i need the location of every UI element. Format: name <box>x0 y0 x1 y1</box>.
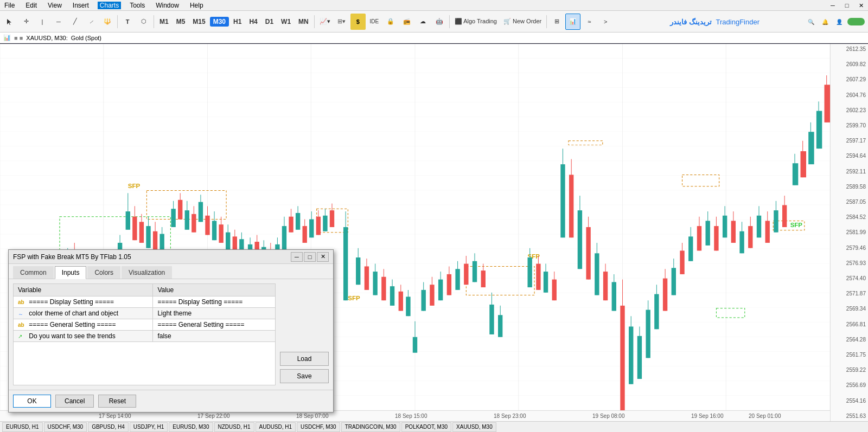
trend-line-tool[interactable]: ╱ <box>67 14 82 30</box>
search-icon[interactable]: 🔍 <box>805 16 817 28</box>
price-2609: 2609.82 <box>833 61 866 67</box>
tf-mn[interactable]: MN <box>295 17 312 27</box>
bottom-tab-5[interactable]: NZDUSD, H1 <box>214 422 254 432</box>
svg-rect-139 <box>447 274 451 295</box>
dialog-minimize-button[interactable]: ─ <box>291 252 303 262</box>
dialog-tabs: Common Inputs Colors Visualization <box>9 264 333 279</box>
table-row[interactable]: ab ===== Display Setting ===== ===== Dis… <box>14 296 276 308</box>
dialog-titlebar[interactable]: FSP with Fake Break MT5 By TFlab 1.05 ─ … <box>9 250 333 264</box>
svg-rect-197 <box>714 226 718 250</box>
svg-rect-211 <box>774 210 778 233</box>
menu-edit[interactable]: Edit <box>23 2 39 9</box>
wave-icon: ～ <box>18 311 25 317</box>
tf-m1[interactable]: M1 <box>156 17 172 27</box>
new-order-button[interactable]: 🛒 New Order <box>501 14 544 30</box>
load-button[interactable]: Load <box>280 352 329 366</box>
cancel-button[interactable]: Cancel <box>55 395 94 408</box>
svg-rect-63 <box>153 231 157 251</box>
tf-m5[interactable]: M5 <box>173 17 189 27</box>
cloud-button[interactable]: ☁ <box>416 14 431 30</box>
more-button[interactable]: > <box>598 14 613 30</box>
table-empty-area <box>13 342 276 385</box>
bottom-tab-3[interactable]: USDJPY, H1 <box>130 422 168 432</box>
bottom-tab-0[interactable]: EURUSD, H1 <box>2 422 43 432</box>
dialog-fsp: FSP with Fake Break MT5 By TFlab 1.05 ─ … <box>8 249 334 412</box>
tab-common[interactable]: Common <box>13 266 54 279</box>
variables-table: Variable Value ab ===== Display Setting … <box>13 283 276 342</box>
radio-button[interactable]: 📻 <box>399 14 414 30</box>
save-button[interactable]: Save <box>280 369 329 383</box>
channel-tool[interactable]: ⟋ <box>84 14 99 30</box>
svg-rect-121 <box>373 272 377 295</box>
toggle-icon[interactable] <box>847 18 865 25</box>
shapes-tool[interactable]: ⬡ <box>136 14 151 30</box>
tf-d1[interactable]: D1 <box>262 17 277 27</box>
lock-button[interactable]: 🔒 <box>383 14 398 30</box>
time-label-3: 18 Sep 15:00 <box>395 413 427 419</box>
text-tool[interactable]: T <box>120 14 135 30</box>
reset-button[interactable]: Reset <box>98 395 136 408</box>
separator-5 <box>546 15 547 28</box>
bottom-tab-4[interactable]: EURUSD, M30 <box>169 422 213 432</box>
table-row-highlighted[interactable]: ～ color theme of chart and object Light … <box>14 308 276 319</box>
pitchfork-tool[interactable]: 🔱 <box>100 14 115 30</box>
user-icon[interactable]: 👤 <box>833 16 845 28</box>
tf-m15[interactable]: M15 <box>189 17 208 27</box>
menu-insert[interactable]: Insert <box>71 2 91 9</box>
price-2576: 2576.93 <box>833 260 866 266</box>
svg-rect-107 <box>309 220 314 238</box>
bottom-tab-2[interactable]: GBPUSD, H4 <box>88 422 129 432</box>
window-controls: ─ □ ✕ <box>826 0 868 11</box>
tf-m30[interactable]: M30 <box>210 17 229 27</box>
ide-button[interactable]: IDE <box>367 14 382 30</box>
svg-rect-161 <box>560 164 565 237</box>
tab-colors[interactable]: Colors <box>87 266 120 279</box>
bottom-tab-7[interactable]: USDCHF, M30 <box>297 422 340 432</box>
algo-trading-button[interactable]: ⬛ Algo Trading <box>452 14 500 30</box>
svg-rect-191 <box>688 236 693 261</box>
chart-indicator-button[interactable]: 📊 <box>565 14 580 30</box>
svg-rect-179 <box>637 336 642 379</box>
vertical-line-tool[interactable]: | <box>35 14 50 30</box>
crosshair-tool[interactable]: ✛ <box>18 14 34 30</box>
ok-button[interactable]: OK <box>13 395 51 408</box>
menu-window[interactable]: Window <box>154 2 181 9</box>
tab-visualization[interactable]: Visualization <box>122 266 172 279</box>
table-row[interactable]: ab ===== General Setting ===== ===== Gen… <box>14 319 276 331</box>
svg-rect-75 <box>199 202 203 222</box>
robot-button[interactable]: 🤖 <box>432 14 447 30</box>
cursor-tool[interactable] <box>2 14 17 30</box>
menu-help[interactable]: Help <box>188 2 206 9</box>
tf-h4[interactable]: H4 <box>246 17 260 27</box>
horizontal-line-tool[interactable]: ─ <box>51 14 66 30</box>
table-row[interactable]: ↗ Do you want to see the trends false <box>14 331 276 342</box>
tab-inputs[interactable]: Inputs <box>55 266 87 279</box>
bottom-tab-10[interactable]: XAUUSD, M30 <box>452 422 496 432</box>
dialog-restore-button[interactable]: □ <box>304 252 316 262</box>
price-2556: 2556.69 <box>833 382 866 388</box>
minimize-button[interactable]: ─ <box>826 0 840 11</box>
tf-w1[interactable]: W1 <box>278 17 294 27</box>
symbol-description: Gold (Spot) <box>71 35 101 41</box>
bottom-tab-9[interactable]: POLKADOT, M30 <box>401 422 451 432</box>
tf-h1[interactable]: H1 <box>230 17 245 27</box>
layout-button[interactable]: ⊞ <box>549 14 564 30</box>
logo-text: تریدینگ فایندر <box>670 18 712 26</box>
notification-icon[interactable]: 🔔 <box>819 16 831 28</box>
bottom-tab-8[interactable]: TRADINGCOIN, M30 <box>341 422 400 432</box>
svg-rect-187 <box>672 268 676 295</box>
bottom-tab-1[interactable]: USDCHF, M30 <box>44 422 87 432</box>
menu-file[interactable]: File <box>2 2 17 9</box>
compare-button[interactable]: ≈ <box>582 14 597 30</box>
svg-rect-55 <box>126 211 130 230</box>
chart-type-button[interactable]: 📈▾ <box>317 14 333 30</box>
bottom-tab-6[interactable]: AUDUSD, H1 <box>256 422 296 432</box>
menu-charts[interactable]: Charts <box>98 2 121 9</box>
close-button[interactable]: ✕ <box>854 0 868 11</box>
indicators-button[interactable]: ⊞▾ <box>334 14 349 30</box>
menu-view[interactable]: View <box>46 2 64 9</box>
maximize-button[interactable]: □ <box>840 0 854 11</box>
dialog-close-button[interactable]: ✕ <box>317 252 329 262</box>
dollar-button[interactable]: $ <box>350 14 366 30</box>
menu-tools[interactable]: Tools <box>127 2 147 9</box>
